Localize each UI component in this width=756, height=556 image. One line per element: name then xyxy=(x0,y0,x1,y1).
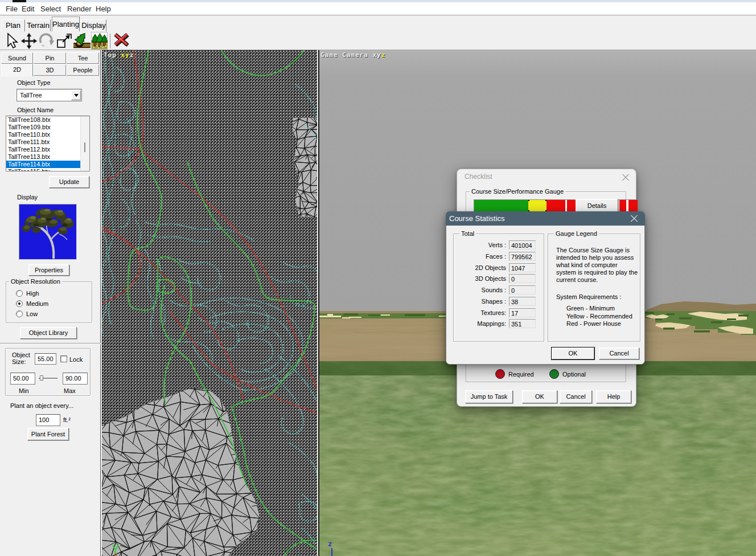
stats-close-icon[interactable] xyxy=(630,215,638,223)
object-resolution-label: Object Resolution xyxy=(9,278,62,285)
lock-checkbox[interactable] xyxy=(60,355,67,362)
gauge-red-segment xyxy=(547,200,565,211)
object-size-label: ObjectSize: xyxy=(12,351,30,365)
list-item-selected[interactable]: TallTree114.btx xyxy=(6,161,89,168)
stat-label: Textures: xyxy=(462,309,506,316)
radio-high[interactable] xyxy=(16,290,23,297)
checklist-cancel-button[interactable]: Cancel xyxy=(560,390,592,403)
panel-tab-sound[interactable]: Sound xyxy=(1,52,33,64)
required-dot xyxy=(495,369,505,379)
display-label: Display xyxy=(17,194,38,201)
radio-high-label: High xyxy=(26,290,39,297)
plant-forest-button[interactable]: Plant Forest xyxy=(27,428,69,440)
tab-terrain[interactable]: Terrain xyxy=(26,19,51,31)
legend-text: what kind of computer xyxy=(556,261,640,268)
panel-tab-people[interactable]: People xyxy=(67,64,99,76)
stat-value: 38 xyxy=(509,297,536,306)
stat-value: 401004 xyxy=(509,240,536,250)
stats-titlebar[interactable]: Course Statistics xyxy=(446,211,645,226)
gauge-yellow-marker xyxy=(528,200,547,211)
map-2d-view[interactable] xyxy=(102,50,317,556)
plant-forest-icon[interactable] xyxy=(92,33,108,49)
rotate-icon[interactable] xyxy=(38,32,55,50)
listbox-scrollbar[interactable] xyxy=(80,116,89,171)
sysreq-heading: System Requirements : xyxy=(556,293,640,300)
stat-label: 3D Objects xyxy=(462,275,506,282)
object-name-listbox[interactable]: TallTree108.btx TallTree109.btx TallTree… xyxy=(6,116,90,171)
plant-every-label: Plant an object every... xyxy=(10,402,73,409)
menu-file[interactable]: File xyxy=(6,5,18,13)
size-slider-thumb[interactable] xyxy=(40,375,43,381)
left-panel: Sound Pin Tee 2D 3D People Object Type T… xyxy=(0,50,101,556)
move-icon[interactable] xyxy=(20,32,38,50)
stats-ok-button[interactable]: OK xyxy=(552,348,594,359)
list-item[interactable]: TallTree115.btx xyxy=(6,168,89,171)
gauge-red-segment xyxy=(567,200,576,211)
listbox-scrollbar-thumb[interactable] xyxy=(84,142,85,152)
checklist-close-icon[interactable] xyxy=(622,174,630,182)
menu-help[interactable]: Help xyxy=(96,5,111,13)
object-library-button[interactable]: Object Library xyxy=(20,327,77,339)
menu-edit[interactable]: Edit xyxy=(22,5,34,13)
update-button[interactable]: Update xyxy=(49,176,89,188)
dropdown-arrow-icon[interactable] xyxy=(71,90,81,100)
radio-medium[interactable] xyxy=(16,300,23,307)
menu-select[interactable]: Select xyxy=(40,5,61,13)
object-preview-image xyxy=(19,204,77,260)
legend-text: intended to help you assess xyxy=(556,254,640,261)
list-item[interactable]: TallTree113.btx xyxy=(6,153,89,161)
list-item[interactable]: TallTree109.btx xyxy=(6,124,89,131)
jump-to-task-button[interactable]: Jump to Task xyxy=(465,390,513,403)
required-label: Required xyxy=(508,371,534,378)
details-button[interactable]: Details xyxy=(576,199,618,212)
checklist-ok-button[interactable]: OK xyxy=(522,390,557,403)
list-item[interactable]: TallTree110.btx xyxy=(6,131,89,138)
sysreq-item: Red - Power House xyxy=(566,320,651,327)
radio-low-label: Low xyxy=(26,310,38,317)
checklist-help-button[interactable]: Help xyxy=(596,390,631,403)
gauge-marker-dot xyxy=(528,200,529,201)
total-group: Total Verts : 401004 Faces : 799562 2D O… xyxy=(453,234,544,342)
map-view-label: Top xyz xyxy=(104,51,134,59)
menu-render[interactable]: Render xyxy=(67,5,92,13)
panel-tab-2d[interactable]: 2D xyxy=(1,64,33,76)
panel-tab-pin[interactable]: Pin xyxy=(34,52,66,64)
properties-button[interactable]: Properties xyxy=(28,264,69,276)
stat-value: 0 xyxy=(509,274,536,283)
course-statistics-dialog: Course Statistics Total Verts : 401004 F… xyxy=(446,211,645,365)
stat-label: Sounds : xyxy=(462,287,506,293)
object-size-field[interactable]: 55.00 xyxy=(35,353,56,365)
gauge-group-label: Course Size/Performance Gauge xyxy=(470,188,565,195)
tab-display[interactable]: Display xyxy=(81,19,106,31)
gauge-legend-group: Gauge Legend The Course Size Gauge is in… xyxy=(548,234,640,342)
gauge-legend-label: Gauge Legend xyxy=(554,230,599,237)
delete-icon[interactable] xyxy=(113,32,130,48)
camera-view-label: Game Camera xyz xyxy=(321,51,385,59)
tab-plan[interactable]: Plan xyxy=(1,19,25,31)
stat-value: 1047 xyxy=(509,263,536,272)
panel-tab-3d[interactable]: 3D xyxy=(34,64,66,76)
main-tab-strip: Plan Terrain Planting Display xyxy=(0,16,756,31)
gauge-red-segment xyxy=(619,200,626,211)
tab-planting[interactable]: Planting xyxy=(52,17,80,31)
stat-label: Verts : xyxy=(462,242,506,248)
stats-cancel-button[interactable]: Cancel xyxy=(599,348,639,359)
plant-tree-icon[interactable] xyxy=(73,32,91,50)
radio-low[interactable] xyxy=(16,310,23,317)
list-item[interactable]: TallTree108.btx xyxy=(6,116,89,124)
stat-label: Faces : xyxy=(462,253,506,260)
list-item[interactable]: TallTree111.btx xyxy=(6,138,89,146)
checklist-title: Checklist xyxy=(465,173,492,181)
legend-text: system is required to play the xyxy=(556,269,640,276)
gauge-green-segment xyxy=(474,200,528,211)
object-type-value: TallTree xyxy=(20,92,42,99)
plant-every-field[interactable]: 100 xyxy=(36,414,60,426)
select-cursor-icon[interactable] xyxy=(3,32,19,50)
panel-tab-tee[interactable]: Tee xyxy=(67,52,99,64)
radio-medium-label: Medium xyxy=(26,300,48,307)
object-type-dropdown[interactable]: TallTree xyxy=(17,89,82,101)
list-item[interactable]: TallTree112.btx xyxy=(6,146,89,153)
min-size-field[interactable]: 50.00 xyxy=(10,373,35,385)
scale-icon[interactable] xyxy=(55,32,73,50)
max-size-field[interactable]: 90.00 xyxy=(63,373,88,385)
